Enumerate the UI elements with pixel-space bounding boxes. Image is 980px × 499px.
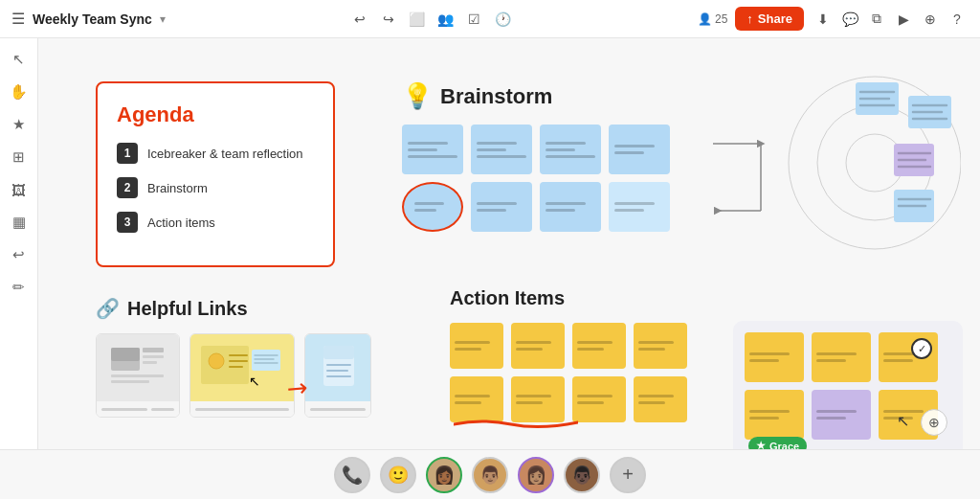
add-participant-button[interactable]: + [610,457,646,493]
present-icon[interactable]: ▶ [892,8,915,31]
toolbar-controls: ↩ ↪ ⬜ 👥 ☑ 🕐 [348,8,515,31]
menu-icon[interactable]: ☰ [11,10,25,28]
undo-icon[interactable]: ↩ [348,8,371,31]
avatar-1-img: 👩🏾 [428,459,460,491]
card1-svg [109,344,167,392]
people-icon[interactable]: 👥 [434,8,457,31]
link-card-1-footer [97,401,179,417]
action-items-title: Action Items [450,287,565,309]
br-sticky-1 [745,332,804,382]
agenda-item-3: 3 Action items [117,212,314,233]
phone-button[interactable]: 📞 [334,457,370,493]
sidebar-image-icon[interactable]: 🖼 [6,176,33,203]
sidebar-star-icon[interactable]: ★ [6,111,33,138]
bottom-bar: 📞 🙂 👩🏾 👨🏽 👩🏽 👨🏿 + [0,449,980,499]
cursor-icon: ↖ [897,412,909,430]
agenda-text-3: Action items [147,215,215,230]
action-sticky-2 [511,323,565,369]
helpful-links-header: 🔗 Helpful Links [96,297,383,320]
action-sticky-6 [511,376,565,422]
agenda-num-1: 1 [117,143,138,164]
avatar-1[interactable]: 👩🏾 [426,457,462,493]
user-count: 👤25 [698,12,727,26]
link-card-2-footer [190,401,294,417]
action-sticky-3 [572,323,626,369]
svg-point-29 [209,353,224,369]
avatar-2[interactable]: 👨🏽 [472,457,508,493]
agenda-text-2: Brainstorm [147,181,208,195]
bottom-right-section: ✓ [733,321,963,449]
sticky-5 [402,182,463,232]
avatar-4[interactable]: 👨🏿 [564,457,600,493]
link-cards: ↖ Alex [96,333,383,418]
card3-svg [312,344,365,392]
br-sticky-2 [812,332,871,382]
svg-rect-39 [323,346,354,359]
share2-icon[interactable]: ⧉ [865,8,888,31]
comment-icon[interactable]: 💬 [838,8,861,31]
top-bar-right: 👤25 ↑ Share ⬇ 💬 ⧉ ▶ ⊕ ? [698,7,969,31]
sticky-7 [540,182,601,232]
link-card-3-footer [305,401,370,417]
sidebar-grid-icon[interactable]: ⊞ [6,144,33,170]
zoom-in-badge[interactable]: ⊕ [921,409,947,436]
sidebar-hand-icon[interactable]: ✋ [6,79,33,105]
link-card-3[interactable] [304,333,371,418]
link-card-1[interactable] [96,333,180,418]
redo-icon[interactable]: ↪ [377,8,400,31]
share-icon: ↑ [746,11,753,26]
circle-diagram-svg [750,67,961,259]
sticky-3 [540,125,601,174]
brainstorm-sticky-grid [402,125,718,232]
action-sticky-1 [450,323,503,369]
action-items-grid [450,323,708,422]
clock-icon[interactable]: 🕐 [492,8,515,31]
sticky-6 [471,182,532,232]
doc-title-dropdown[interactable]: ▾ [160,12,166,26]
svg-rect-25 [143,361,157,364]
top-bar-left: ☰ Weekly Team Sync ▾ [11,10,166,28]
sidebar-table-icon[interactable]: ▦ [6,209,33,236]
sidebar-cursor-icon[interactable]: ↖ [6,46,33,73]
helpful-links-section: 🔗 Helpful Links [96,297,383,418]
agenda-card: Agenda 1 Icebreaker & team reflection 2 … [96,81,335,267]
sticky-8 [609,182,670,232]
top-bar: ☰ Weekly Team Sync ▾ ↩ ↪ ⬜ 👥 ☑ 🕐 👤25 ↑ S… [0,0,980,38]
brainstorm-section: 💡 Brainstorm [402,81,718,232]
agenda-num-2: 2 [117,177,138,198]
sidebar-back-icon[interactable]: ↩ [6,241,33,268]
avatar-2-img: 👨🏽 [474,459,506,491]
action-sticky-4 [634,323,687,369]
help-icon[interactable]: ? [946,8,969,31]
action-sticky-8 [634,376,687,422]
checkbox-icon[interactable]: ☑ [463,8,486,31]
grace-badge: ★ Grace [748,437,807,449]
link-card-2[interactable]: ↖ Alex [189,333,295,418]
main-area: ↖ ✋ ★ ⊞ 🖼 ▦ ↩ ✏ Agenda 1 Icebreaker & te… [0,38,980,449]
emoji-button[interactable]: 🙂 [380,457,416,493]
action-sticky-5 [450,376,503,422]
avatar-3-img: 👩🏽 [520,459,552,491]
doc-title: Weekly Team Sync [33,11,152,27]
svg-rect-23 [143,348,164,352]
br-sticky-3: ✓ [879,332,938,382]
download-icon[interactable]: ⬇ [812,8,835,31]
circle-diagram [750,67,961,259]
br-grid-container: ✓ [745,332,951,440]
brainstorm-header: 💡 Brainstorm [402,81,718,111]
svg-rect-22 [111,348,140,361]
svg-rect-26 [111,374,164,377]
agenda-text-1: Icebreaker & team reflection [147,147,303,161]
sticky-2 [471,125,532,174]
br-sticky-4 [745,390,804,440]
frame-icon[interactable]: ⬜ [406,8,429,31]
avatar-3[interactable]: 👩🏽 [518,457,554,493]
sidebar-pencil-icon[interactable]: ✏ [6,274,33,301]
br-sticky-purple [812,390,871,440]
share-button[interactable]: ↑ Share [735,7,804,31]
canvas[interactable]: Agenda 1 Icebreaker & team reflection 2 … [38,38,980,449]
zoom-icon[interactable]: ⊕ [919,8,942,31]
svg-rect-28 [201,346,249,384]
helpful-links-title: Helpful Links [127,298,248,320]
right-toolbar: ⬇ 💬 ⧉ ▶ ⊕ ? [812,8,969,31]
